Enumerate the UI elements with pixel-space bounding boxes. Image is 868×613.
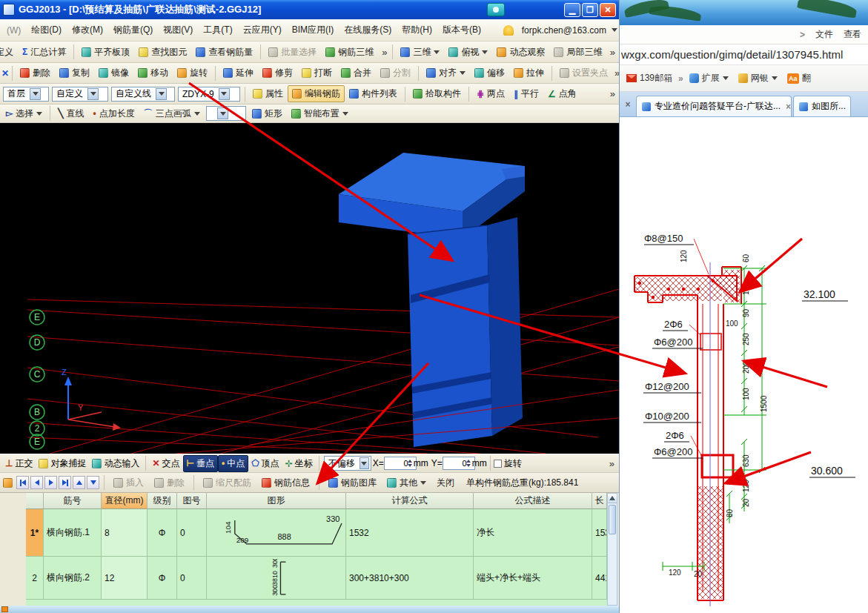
find-element-button[interactable]: 查找图元 — [134, 44, 191, 61]
stretch-button[interactable]: 拉伸 — [509, 64, 549, 82]
merge-button[interactable]: 合并 — [337, 64, 376, 82]
menu-rebar-qty[interactable]: 钢筋量(Q) — [108, 21, 158, 39]
menu-view[interactable]: 视图(V) — [158, 21, 198, 39]
first-record-button[interactable] — [16, 476, 29, 489]
prev-record-button[interactable] — [30, 476, 43, 489]
perp-snap[interactable]: ⊢垂点 — [183, 455, 218, 472]
header-bar-id[interactable]: 筋号 — [44, 493, 102, 509]
select-mode-dropdown[interactable]: ▻选择 — [1, 105, 47, 122]
batch-select-button[interactable]: 批量选择 — [264, 44, 321, 61]
rebar-info-button[interactable]: 钢筋信息 — [257, 474, 314, 491]
header-fig-no[interactable]: 图号 — [177, 493, 207, 509]
grips-button[interactable]: 设置夹点 — [555, 64, 612, 82]
floor-select[interactable]: 首层 — [3, 87, 49, 102]
cell-desc[interactable]: 净长 — [474, 509, 592, 557]
ortho-toggle[interactable]: ⊥正交 — [2, 456, 36, 471]
header-desc[interactable]: 公式描述 — [474, 493, 592, 509]
tab-close-icon[interactable]: × — [784, 102, 791, 112]
3d-canvas[interactable]: Z Y E D C B 2 E — [27, 123, 619, 454]
rotate-checkbox[interactable] — [494, 460, 502, 468]
close-button[interactable]: ✕ — [600, 3, 616, 17]
parallel-button[interactable]: ∥平行 — [509, 85, 543, 102]
pick-element-button[interactable]: 拾取构件 — [408, 85, 466, 102]
mid-snap[interactable]: •中点 — [218, 455, 248, 472]
3d-model[interactable] — [339, 153, 525, 447]
offset-dropdown[interactable]: 不偏移 — [324, 456, 371, 471]
table-row[interactable]: 1* 横向钢筋.1 8 Φ 0 104 209 888 330 1532 净长 … — [26, 509, 617, 557]
menu-help[interactable]: 帮助(H) — [397, 21, 437, 39]
menu-tools[interactable]: 工具(T) — [198, 21, 237, 39]
close-table-button[interactable]: 关闭 — [432, 474, 459, 491]
menu-bim[interactable]: BIM应用(I) — [287, 21, 339, 39]
osnap-toggle[interactable]: 对象捕捉 — [36, 456, 89, 471]
rebar-3d-button[interactable]: 钢筋三维 — [321, 44, 378, 61]
offset-button[interactable]: 偏移 — [470, 64, 509, 82]
point-length-button[interactable]: •点加长度 — [88, 105, 139, 122]
element-type-select[interactable]: 自定义 — [52, 87, 108, 102]
vertex-snap[interactable]: ⬠顶点 — [248, 456, 282, 471]
cell-diameter[interactable]: 8 — [102, 509, 148, 557]
smart-place-button[interactable]: 智能布置 — [287, 105, 353, 122]
minimize-button[interactable]: ▁ — [564, 3, 580, 17]
cell-shape[interactable]: 104 209 888 330 — [207, 509, 346, 557]
panel-close-icon[interactable]: ✕ — [1, 67, 9, 79]
account-caret-icon[interactable] — [612, 28, 617, 32]
browser-content[interactable]: Φ8@150 32.100 2Φ6 Φ6@200 Φ12@200 Φ10@200… — [620, 117, 868, 613]
dyn-input-toggle[interactable]: 动态输入 — [89, 456, 142, 471]
overflow-chevron[interactable]: » — [612, 67, 619, 79]
header-shape[interactable]: 图形 — [207, 493, 346, 509]
menu-cloud[interactable]: 云应用(Y) — [238, 21, 287, 39]
break-button[interactable]: 打断 — [297, 64, 337, 82]
copy-button[interactable]: 复制 — [55, 64, 94, 82]
rotate-button[interactable]: 旋转 — [173, 64, 212, 82]
coord-snap[interactable]: ⊹坐标 — [282, 456, 316, 471]
element-list-button[interactable]: 构件列表 — [345, 85, 402, 102]
cell-formula[interactable]: 300+3810+300 — [346, 557, 474, 600]
menu-online-service[interactable]: 在线服务(S) — [339, 21, 397, 39]
overflow-chevron[interactable]: » — [608, 88, 617, 99]
arc-3pt-button[interactable]: ⌒三点画弧 — [139, 105, 205, 122]
cell-desc[interactable]: 端头+净长+端头 — [474, 557, 592, 600]
two-point-button[interactable]: ⋕两点 — [472, 85, 509, 102]
menu-draw[interactable]: 绘图(D) — [26, 21, 67, 39]
cell-bar-name[interactable]: 横向钢筋.1 — [44, 509, 102, 557]
edit-rebar-button[interactable]: 编辑钢筋 — [288, 85, 345, 102]
cell-length[interactable]: 153 — [592, 509, 607, 557]
cell-length[interactable]: 441 — [592, 557, 607, 600]
netbank-button[interactable]: 网银 — [735, 70, 781, 87]
scroll-thumb[interactable] — [609, 505, 616, 534]
last-record-button[interactable] — [59, 476, 71, 489]
translate-button[interactable]: Aa翻 — [783, 70, 815, 87]
mail-139-button[interactable]: 139邮箱 — [623, 70, 676, 87]
other-dropdown[interactable]: 其他 — [382, 474, 431, 491]
overflow-chevron[interactable]: » — [380, 47, 389, 58]
overflow-chevron[interactable]: » — [608, 47, 617, 58]
intersect-snap[interactable]: ✕交点 — [149, 456, 182, 471]
header-length[interactable]: 长 — [592, 493, 607, 509]
scroll-up-icon[interactable] — [608, 494, 617, 503]
mirror-button[interactable]: 镜像 — [94, 64, 133, 82]
element-name-select[interactable]: ZDYX-9 — [178, 87, 240, 102]
cell-fig-no[interactable]: 0 — [177, 509, 207, 557]
x-spinner[interactable] — [408, 460, 412, 467]
address-url[interactable]: wxgx.com/question/gimq/detail/1307945.ht… — [621, 48, 843, 61]
orbit-button[interactable]: 动态观察 — [492, 44, 549, 61]
header-diameter[interactable]: 直径(mm) — [102, 493, 148, 509]
header-grade[interactable]: 级别 — [148, 493, 177, 509]
delete-button[interactable]: 删除 — [16, 64, 55, 82]
header-formula[interactable]: 计算公式 — [346, 493, 474, 509]
top-view-button[interactable]: 俯视 — [444, 44, 492, 61]
view-rebar-qty-button[interactable]: 查看钢筋量 — [191, 44, 257, 61]
restore-button[interactable]: ❐ — [582, 3, 598, 17]
cell-diameter[interactable]: 12 — [102, 557, 148, 600]
delete-row-button[interactable]: 删除 — [150, 474, 189, 491]
account-label[interactable]: forpk.chen@163.com — [517, 22, 612, 39]
cell-bar-name[interactable]: 横向钢筋.2 — [44, 557, 102, 600]
extend-button[interactable]: 延伸 — [219, 64, 258, 82]
close-tab-icon[interactable]: × — [621, 98, 635, 111]
line-button[interactable]: ╲直线 — [53, 105, 88, 122]
menu-modify[interactable]: 修改(M) — [67, 21, 108, 39]
overflow-chevron[interactable]: » — [678, 73, 683, 84]
table-scrollbar[interactable] — [607, 493, 617, 606]
point-angle-button[interactable]: ∠点角 — [543, 85, 581, 102]
